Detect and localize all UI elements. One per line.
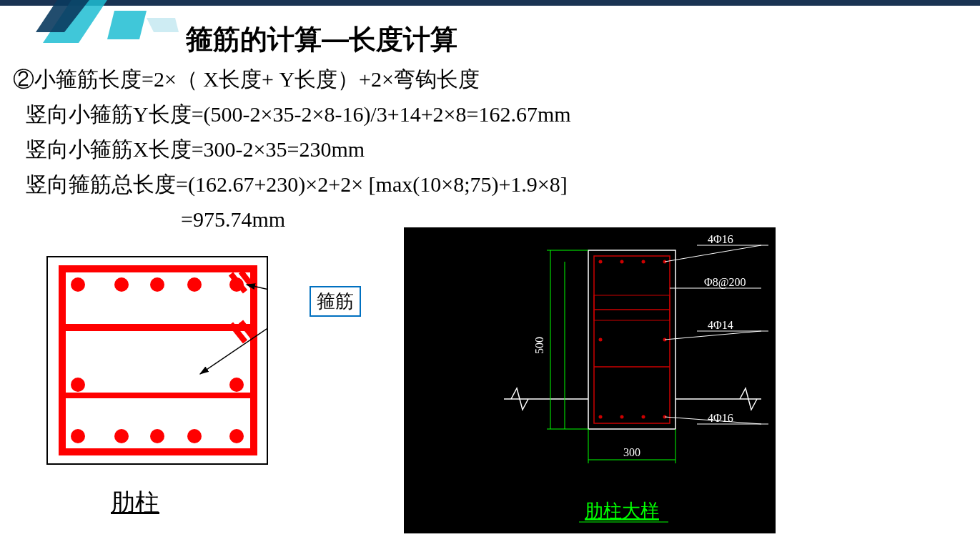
svg-point-15 (229, 277, 244, 292)
svg-line-53 (665, 331, 761, 340)
cad-caption: 肋柱大样 (585, 501, 659, 521)
stirrup-label: 箍筋 (310, 286, 361, 317)
formula-line-4: 竖向箍筋总长度=(162.67+230)×2+2× [max(10×8;75)+… (13, 168, 571, 200)
svg-point-33 (642, 260, 645, 264)
svg-point-21 (150, 429, 164, 443)
svg-point-23 (229, 429, 244, 443)
rebar-label-3: 4Φ14 (708, 319, 733, 331)
svg-point-17 (229, 378, 244, 392)
svg-point-32 (620, 260, 624, 264)
formula-line-2: 竖向小箍筋Y长度=(500-2×35-2×8-16)/3+14+2×8=162.… (13, 98, 571, 130)
svg-point-19 (71, 429, 85, 443)
svg-point-11 (71, 277, 85, 292)
svg-point-20 (114, 429, 129, 443)
svg-point-35 (599, 338, 603, 342)
svg-point-13 (150, 277, 164, 292)
svg-point-37 (599, 415, 603, 419)
svg-marker-2 (107, 11, 147, 39)
dim-500: 500 (533, 337, 545, 354)
svg-point-38 (620, 415, 624, 419)
slide-title: 箍筋的计算—长度计算 (186, 21, 457, 58)
content-area: ②小箍筋长度=2×（ X长度+ Y长度）+2×弯钩长度 竖向小箍筋Y长度=(50… (13, 63, 571, 238)
formula-line-1: ②小箍筋长度=2×（ X长度+ Y长度）+2×弯钩长度 (13, 63, 571, 95)
rebar-label-4: 4Φ16 (708, 412, 733, 424)
svg-line-50 (665, 245, 761, 262)
svg-point-12 (114, 277, 129, 292)
slide-logo (36, 0, 179, 61)
formula-line-3: 竖向小箍筋X长度=300-2×35=230mm (13, 133, 571, 165)
svg-rect-5 (62, 269, 254, 452)
left-diagram-caption: 肋柱 (111, 486, 159, 519)
svg-point-31 (599, 260, 603, 264)
svg-rect-30 (594, 295, 670, 320)
svg-line-25 (200, 299, 268, 374)
svg-rect-27 (594, 256, 670, 423)
cad-detail-diagram: 500 300 4Φ16 Φ8@200 4Φ14 4Φ16 肋柱大样 (404, 227, 776, 533)
rebar-label-2: Φ8@200 (704, 276, 746, 289)
svg-point-14 (187, 277, 202, 292)
svg-point-39 (642, 415, 645, 419)
svg-point-22 (187, 429, 202, 443)
svg-point-16 (71, 378, 85, 392)
rebar-label-1: 4Φ16 (708, 233, 733, 245)
cross-section-diagram (46, 256, 268, 478)
dim-300: 300 (623, 446, 640, 458)
svg-marker-3 (147, 18, 179, 32)
